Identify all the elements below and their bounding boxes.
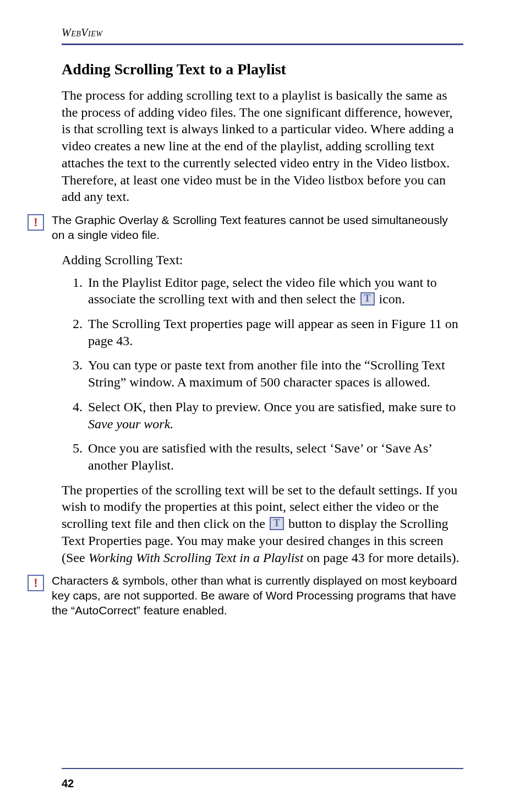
note-block-overlay: ! The Graphic Overlay & Scrolling Text f…	[28, 213, 463, 243]
exclamation-icon: !	[34, 216, 37, 228]
properties-emphasis: Working With Scrolling Text in a Playlis…	[89, 551, 304, 565]
step-4: Select OK, then Play to preview. Once yo…	[86, 399, 463, 432]
steps-heading: Adding Scrolling Text:	[62, 252, 463, 269]
properties-text-c: on page 43 for more details).	[303, 551, 459, 565]
step-4-text-a: Select OK, then Play to preview. Once yo…	[88, 400, 456, 414]
step-1-text-b: icon.	[379, 292, 405, 306]
properties-paragraph: The properties of the scrolling text wil…	[62, 482, 463, 566]
alert-icon: !	[28, 214, 44, 231]
footer-rule	[62, 768, 463, 769]
text-tool-icon	[360, 292, 375, 306]
note-block-characters: ! Characters & symbols, other than what …	[28, 574, 463, 618]
steps-list: In the Playlist Editor page, select the …	[62, 274, 463, 474]
step-4-emphasis: Save your work.	[88, 417, 173, 431]
alert-icon: !	[28, 575, 44, 591]
section-title: Adding Scrolling Text to a Playlist	[62, 61, 463, 78]
page: WebView Adding Scrolling Text to a Playl…	[0, 0, 525, 812]
text-tool-icon	[270, 517, 284, 530]
page-number: 42	[62, 777, 74, 790]
step-2: The Scrolling Text properties page will …	[86, 315, 463, 349]
exclamation-icon: !	[34, 577, 37, 589]
intro-paragraph: The process for adding scrolling text to…	[62, 87, 463, 205]
step-3: You can type or paste text from another …	[86, 357, 463, 390]
step-1: In the Playlist Editor page, select the …	[86, 274, 463, 308]
note-text: Characters & symbols, other than what is…	[52, 574, 463, 618]
note-text: The Graphic Overlay & Scrolling Text fea…	[52, 213, 463, 243]
header-rule	[62, 43, 463, 45]
running-header: WebView	[62, 26, 463, 39]
header-text: WebView	[62, 26, 102, 39]
step-5: Once you are satisfied with the results,…	[86, 440, 463, 473]
